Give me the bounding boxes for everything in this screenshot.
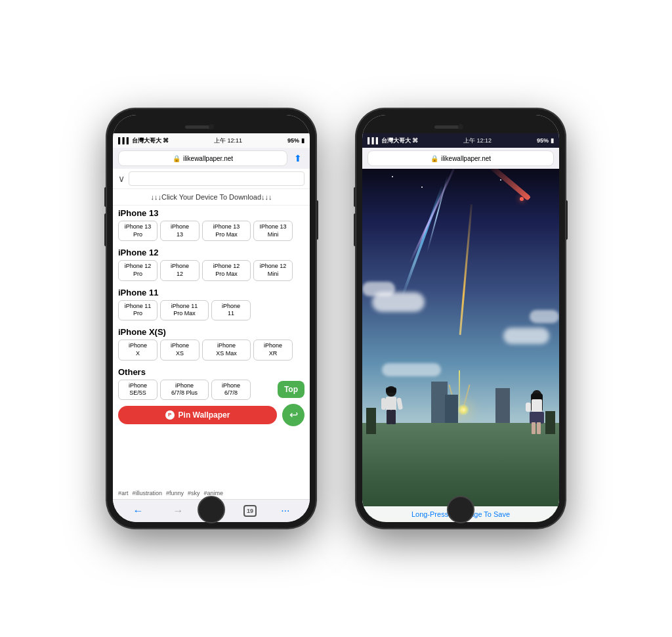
back-button[interactable]: ← — [128, 504, 149, 518]
phone-2: ▌▌▌ 台灣大哥大 ⌘ 上午 12:12 95% ▮ 🔒 ilikewallpa… — [356, 108, 566, 529]
purple-comet — [409, 169, 455, 265]
star-3 — [500, 179, 501, 181]
svg-rect-9 — [532, 399, 542, 412]
lock-icon: 🔒 — [173, 155, 180, 162]
others-section: Others iPhoneSE/5S iPhone6/7/8 Plus iPho… — [113, 364, 310, 488]
tag-sky[interactable]: #sky — [188, 490, 200, 496]
status-time: 上午 12:11 — [214, 137, 242, 145]
dropdown-arrow[interactable]: ∨ — [118, 173, 125, 184]
phone-1-top-bar — [113, 115, 310, 133]
status-time-2: 上午 12:12 — [463, 137, 492, 145]
svg-rect-2 — [386, 397, 396, 411]
download-message: ↓↓↓Click Your Device To Download↓↓↓ — [113, 189, 310, 206]
tag-illustration[interactable]: #illustration — [133, 490, 163, 496]
volume-down-button[interactable] — [104, 213, 106, 246]
more-button[interactable]: ··· — [276, 504, 295, 518]
cloud-3 — [503, 328, 549, 344]
iphone13promax-btn[interactable]: iPhone 13Pro Max — [202, 221, 251, 241]
others-row: iPhoneSE/5S iPhone6/7/8 Plus iPhone6/7/8… — [118, 380, 304, 400]
phone-2-top-bar — [362, 115, 559, 133]
battery-icon: ▮ — [301, 137, 304, 144]
power-button[interactable] — [316, 200, 318, 240]
wifi-icon: ⌘ — [163, 137, 169, 144]
status-carrier-2: ▌▌▌ 台灣大哥大 ⌘ — [368, 137, 418, 145]
others-title: Others — [118, 367, 304, 377]
lock-icon-2: 🔒 — [430, 155, 438, 162]
tag-art[interactable]: #art — [118, 490, 129, 496]
browser-bar-2: 🔒 ilikewallpaper.net — [362, 148, 559, 169]
volume-up-button-2[interactable] — [354, 187, 356, 207]
iphonexsmax-btn[interactable]: iPhoneXS Max — [202, 340, 251, 360]
home-button-2[interactable] — [447, 496, 474, 523]
battery-icon-2: ▮ — [551, 137, 554, 144]
ray-up — [459, 370, 460, 423]
iphone13-buttons: iPhone 13Pro iPhone13 iPhone 13Pro Max I… — [118, 221, 304, 241]
dropdown-row: ∨ — [113, 169, 310, 189]
iphone11-btn[interactable]: iPhone11 — [211, 300, 251, 320]
tab-count[interactable]: 19 — [243, 505, 257, 517]
iphone12mini-btn[interactable]: iPhone 12Mini — [253, 260, 293, 280]
power-button-2[interactable] — [566, 200, 568, 240]
phone-2-screen: ▌▌▌ 台灣大哥大 ⌘ 上午 12:12 95% ▮ 🔒 ilikewallpa… — [362, 115, 559, 522]
volume-down-button-2[interactable] — [354, 213, 356, 246]
svg-rect-1 — [386, 387, 396, 393]
status-bar-2: ▌▌▌ 台灣大哥大 ⌘ 上午 12:12 95% ▮ — [362, 133, 559, 148]
iphone11-section: iPhone 11 iPhone 11Pro iPhone 11Pro Max … — [113, 285, 310, 324]
figure-left-svg — [378, 385, 404, 437]
iphonex-btn[interactable]: iPhoneX — [118, 340, 158, 360]
wallpaper-background[interactable] — [362, 169, 559, 522]
pinterest-icon: P — [165, 410, 175, 420]
forward-button[interactable]: → — [168, 504, 189, 518]
iphone13mini-btn[interactable]: IPhone 13Mini — [253, 221, 293, 241]
star-2 — [421, 187, 423, 188]
iphone13-section: iPhone 13 iPhone 13Pro iPhone13 iPhone 1… — [113, 206, 310, 245]
svg-rect-3 — [387, 410, 391, 424]
home-button-1[interactable] — [198, 496, 225, 523]
status-battery: 95% ▮ — [287, 137, 304, 144]
volume-up-button[interactable] — [104, 187, 106, 207]
url-bar-2[interactable]: 🔒 ilikewallpaper.net — [368, 150, 554, 166]
cloud-2 — [362, 282, 395, 296]
iphone12-title: iPhone 12 — [118, 248, 304, 257]
cloud-5 — [382, 363, 441, 376]
iphonexr-btn[interactable]: iPhoneXR — [253, 340, 293, 360]
iphonexs-buttons: iPhoneX iPhoneXS iPhoneXS Max iPhoneXR — [118, 340, 304, 360]
top-button[interactable]: Top — [278, 381, 304, 398]
iphone11-buttons: iPhone 11Pro iPhone 11Pro Max iPhone11 — [118, 300, 304, 320]
iphone12pro-btn[interactable]: iPhone 12Pro — [118, 260, 158, 280]
phone-1: ▌▌▌ 台灣大哥大 ⌘ 上午 12:11 95% ▮ 🔒 ilikewallpa… — [106, 108, 316, 529]
page: ▌▌▌ 台灣大哥大 ⌘ 上午 12:11 95% ▮ 🔒 ilikewallpa… — [0, 0, 672, 637]
iphone678plus-btn[interactable]: iPhone6/7/8 Plus — [160, 380, 209, 400]
orange-comet — [459, 204, 472, 336]
iphone11pro-btn[interactable]: iPhone 11Pro — [118, 300, 158, 320]
iphone11promax-btn[interactable]: iPhone 11Pro Max — [160, 300, 209, 320]
svg-rect-6 — [396, 397, 403, 410]
status-bar-1: ▌▌▌ 台灣大哥大 ⌘ 上午 12:11 95% ▮ — [113, 133, 310, 148]
iphonexs-title: iPhone X(S) — [118, 327, 304, 337]
url-text-1: ilikewallpaper.net — [183, 155, 233, 162]
front-camera — [209, 124, 214, 129]
iphone678-btn[interactable]: iPhone6/7/8 — [211, 380, 251, 400]
iphone12promax-btn[interactable]: iPhone 12Pro Max — [202, 260, 251, 280]
iphone12-buttons: iPhone 12Pro iPhone12 iPhone 12Pro Max i… — [118, 260, 304, 280]
earpiece-2 — [434, 125, 461, 129]
iphone12-section: iPhone 12 iPhone 12Pro iPhone12 iPhone 1… — [113, 245, 310, 284]
figure-right-svg — [524, 388, 549, 437]
iphone13-btn[interactable]: iPhone13 — [160, 221, 200, 241]
status-carrier: ▌▌▌ 台灣大哥大 ⌘ — [118, 137, 169, 145]
search-input[interactable] — [129, 171, 304, 186]
iphone13pro-btn[interactable]: iPhone 13Pro — [118, 221, 158, 241]
tag-funny[interactable]: #funny — [166, 490, 184, 496]
url-bar-1[interactable]: 🔒 ilikewallpaper.net — [118, 150, 287, 166]
svg-rect-12 — [537, 422, 541, 434]
share-green-button[interactable]: ↩ — [282, 404, 304, 426]
comet-head-right — [520, 197, 524, 201]
phone1-content: ∨ ↓↓↓Click Your Device To Download↓↓↓ iP… — [113, 169, 310, 522]
pin-wallpaper-button[interactable]: P Pin Wallpaper — [118, 406, 277, 424]
front-camera-2 — [458, 124, 463, 129]
iphonese-btn[interactable]: iPhoneSE/5S — [118, 380, 158, 400]
share-button-1[interactable]: ⬆ — [291, 152, 304, 165]
iphonexs-btn[interactable]: iPhoneXS — [160, 340, 200, 360]
iphone12-btn[interactable]: iPhone12 — [160, 260, 200, 280]
pin-row: P Pin Wallpaper ↩ — [118, 404, 304, 426]
